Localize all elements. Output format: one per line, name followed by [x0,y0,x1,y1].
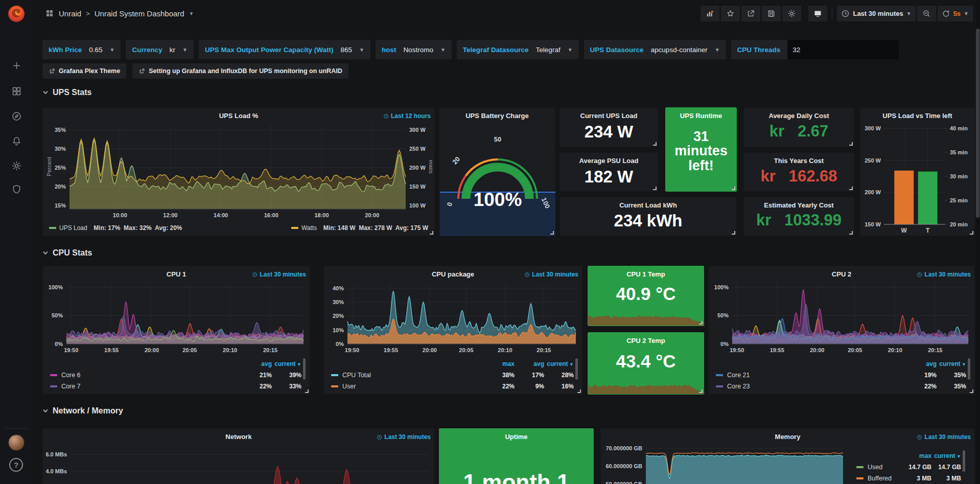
legend-series-toggle[interactable]: Buffered [856,475,902,482]
variable-host[interactable]: hostNostromo▼ [376,40,452,59]
panel-resize-handle[interactable] [577,389,581,393]
legend-scrollbar[interactable] [575,358,578,380]
panel-resize-handle[interactable] [849,187,853,190]
panel-time-override[interactable]: Last 30 minutes [524,271,578,278]
help-icon[interactable]: ? [9,458,23,472]
panel-time-override[interactable]: Last 30 minutes [917,433,971,441]
ups-bar-chart[interactable]: 300 W250 W200 W150 W40 min35 min30 min25… [860,120,975,234]
memory-chart[interactable]: 70.000000 GB60.000000 GB50.000000 GB [603,442,847,484]
legend-scrollbar[interactable] [968,358,970,380]
panel-resize-handle[interactable] [653,142,657,146]
clock-icon [917,434,922,440]
legend-sort-current[interactable]: current ▼ [937,360,966,367]
panel-time-override[interactable]: Last 12 hours [383,112,431,120]
link-ups-monitoring-guide[interactable]: Setting up Grafana and InfluxDB for UPS … [132,63,348,79]
panel-resize-handle[interactable] [970,389,973,393]
link-grafana-plex-theme[interactable]: Grafana Plex Theme [42,63,126,79]
section-cpu-stats[interactable]: CPU Stats [42,248,92,258]
variable-kwh-price[interactable]: kWh Price0.65▼ [42,40,121,59]
create-icon[interactable] [7,56,26,75]
grafana-logo-icon[interactable] [7,4,26,24]
cpu-threads-input[interactable]: 32 [787,40,899,59]
panel-resize-handle[interactable] [430,231,433,235]
panel-time-override[interactable]: Last 30 minutes [252,271,306,278]
panel-ups-battery-gauge: UPS Battery Charge 02050100100% [439,107,555,236]
section-ups-stats[interactable]: UPS Stats [42,88,91,97]
network-chart[interactable]: 6.0 MBs4.0 MBs2.0 MBs [46,442,432,484]
legend-series-toggle[interactable]: Core 6 [50,372,242,379]
svg-text:20:00: 20:00 [423,347,437,353]
legend-series-toggle[interactable]: User [331,383,485,390]
variable-ups-max-output[interactable]: UPS Max Output Power Capacity (Watt)865▼ [199,40,370,59]
dashboard-title-caret-icon[interactable]: ▾ [190,10,193,17]
cpu-package-chart[interactable]: 40%30%20%10%0%19:5019:5520:0020:0520:102… [327,279,580,356]
panel-resize-handle[interactable] [699,321,703,325]
cpu1-chart[interactable]: 100%50%0%19:5019:5520:0020:0520:1020:15 [46,279,308,356]
cpu2-chart[interactable]: 100%50%0%19:5019:5520:0020:0520:1020:15 [712,279,972,356]
svg-text:20:05: 20:05 [459,347,473,353]
legend-sort-current[interactable]: current ▼ [272,360,301,367]
legend-item-watts[interactable]: Watts Min: 148 W Max: 278 W Avg: 175 W [291,224,428,232]
panel-current-ups-load: Current UPS Load 234 W [559,107,658,147]
legend-sort-current[interactable]: current ▼ [544,360,574,367]
share-button[interactable] [741,6,760,21]
panel-resize-handle[interactable] [653,187,657,190]
panel-resize-handle[interactable] [550,231,554,235]
panel-resize-handle[interactable] [970,231,973,235]
dashboard-settings-gear-icon[interactable] [782,6,801,21]
panel-resize-handle[interactable] [699,389,703,393]
panel-resize-handle[interactable] [732,187,735,190]
star-button[interactable] [721,6,740,21]
panel-title[interactable]: UPS Load % [43,112,434,120]
page-scrollbar[interactable] [976,0,979,484]
legend-sort-avg[interactable]: avg [515,360,544,367]
alerting-bell-icon[interactable] [7,132,26,150]
configuration-gear-icon[interactable] [7,156,26,175]
time-range-picker[interactable]: Last 30 minutes ▼ [837,6,915,21]
zoom-out-button[interactable] [917,6,936,21]
svg-text:19:50: 19:50 [345,347,359,353]
dashboard-title[interactable]: Unraid System Dashboard [95,9,184,18]
panel-time-override[interactable]: Last 30 minutes [377,433,431,441]
panel-resize-handle[interactable] [849,142,853,146]
server-admin-shield-icon[interactable] [7,180,26,198]
panel-resize-handle[interactable] [305,389,309,393]
page-scrollbar-thumb[interactable] [976,29,979,218]
tv-cycle-button[interactable] [808,6,827,21]
svg-text:60.000000 GB: 60.000000 GB [605,463,642,469]
add-panel-button[interactable] [701,6,719,21]
legend-sort-current[interactable]: current ▼ [931,452,961,459]
svg-text:100%: 100% [714,284,729,290]
legend-sort-avg[interactable]: avg [242,360,272,367]
legend-scrollbar[interactable] [303,358,306,380]
svg-text:4.0 MBs: 4.0 MBs [46,468,67,474]
dashboards-icon[interactable] [7,82,26,100]
panel-time-override[interactable]: Last 30 minutes [917,271,971,278]
legend-sort-avg[interactable]: avg [907,360,937,367]
section-network-memory[interactable]: Network / Memory [42,406,123,416]
save-button[interactable] [762,6,781,21]
legend-series-toggle[interactable]: CPU Total [331,372,485,379]
legend-scrollbar[interactable] [963,450,965,472]
user-avatar[interactable] [8,434,25,451]
legend-series-toggle[interactable]: Used [856,464,902,471]
svg-text:15%: 15% [55,202,66,209]
variable-ups-datasource[interactable]: UPS Datasourceapcupsd-container▼ [584,40,726,59]
variable-telegraf-datasource[interactable]: Telegraf DatasourceTelegraf▼ [457,40,579,59]
panel-resize-handle[interactable] [849,231,853,235]
breadcrumb-separator: > [86,10,90,17]
breadcrumb-app[interactable]: Unraid [59,9,81,18]
legend-item-ups-load[interactable]: UPS Load Min: 17% Max: 32% Avg: 20% [49,224,182,232]
variable-currency[interactable]: Currencykr▼ [126,40,193,59]
dashboard-grid-icon[interactable] [45,9,54,18]
legend-series-toggle[interactable]: Core 7 [50,383,242,390]
legend-sort-max[interactable]: max [902,452,931,459]
series-color-mark [716,385,723,387]
ups-load-chart[interactable]: 35%30%25%20%15%300 W250 W200 W150 W100 W… [46,120,432,221]
explore-icon[interactable] [7,107,26,125]
refresh-button[interactable]: 5s ▼ [938,6,973,21]
legend-series-toggle[interactable]: Core 21 [716,372,907,379]
legend-series-toggle[interactable]: Core 23 [716,383,907,390]
legend-sort-max[interactable]: max [485,360,515,367]
panel-resize-handle[interactable] [732,231,735,235]
